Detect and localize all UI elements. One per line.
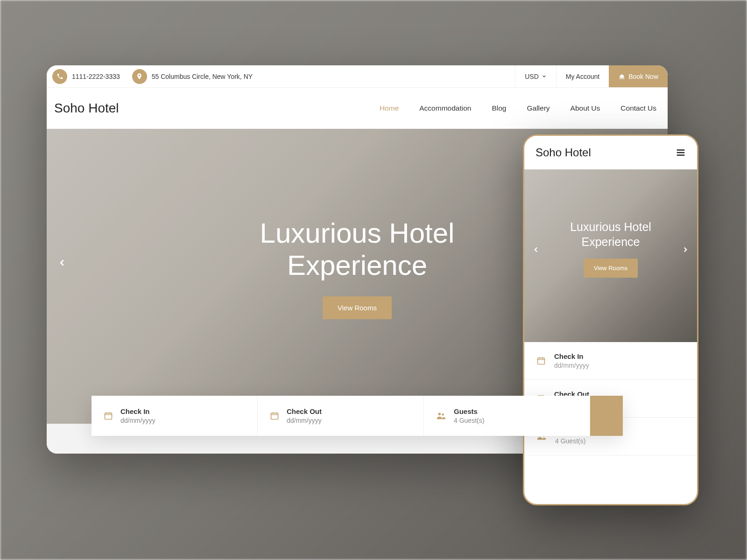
- topbar-left: 1111-2222-3333 55 Columbus Circle, New Y…: [47, 69, 253, 84]
- address-item[interactable]: 55 Columbus Circle, New York, NY: [132, 69, 253, 84]
- my-account-link[interactable]: My Account: [556, 65, 609, 87]
- hero-title-line2: Experience: [260, 249, 455, 281]
- mobile-view-rooms-button[interactable]: View Rooms: [584, 259, 638, 278]
- guests-label: Guests: [454, 407, 484, 415]
- booking-bar: Check In dd/mm/yyyy Check Out dd/mm/yyyy…: [92, 396, 623, 436]
- checkin-field[interactable]: Check In dd/mm/yyyy: [92, 396, 258, 436]
- view-rooms-button[interactable]: View Rooms: [323, 296, 392, 319]
- mobile-checkin-label: Check In: [554, 352, 589, 360]
- nav-links: Home Accommodation Blog Gallery About Us…: [380, 104, 656, 112]
- nav-about[interactable]: About Us: [571, 104, 600, 112]
- mobile-checkin-text: Check In dd/mm/yyyy: [554, 352, 589, 369]
- guests-text: Guests 4 Guest(s): [454, 407, 484, 424]
- svg-rect-1: [271, 413, 278, 419]
- mobile-hero-title: Luxurious Hotel Experience: [570, 220, 651, 249]
- svg-rect-0: [105, 413, 112, 419]
- topbar: 1111-2222-3333 55 Columbus Circle, New Y…: [47, 65, 668, 88]
- checkin-text: Check In dd/mm/yyyy: [120, 407, 155, 424]
- booking-submit-button[interactable]: [590, 396, 623, 436]
- checkout-text: Check Out dd/mm/yyyy: [287, 407, 322, 424]
- hamburger-icon[interactable]: [676, 147, 686, 158]
- topbar-right: USD My Account Book Now: [515, 65, 668, 87]
- checkout-label: Check Out: [287, 407, 322, 415]
- chevron-down-icon: [542, 74, 547, 79]
- hero-title-line1: Luxurious Hotel: [260, 217, 455, 249]
- checkout-field[interactable]: Check Out dd/mm/yyyy: [258, 396, 424, 436]
- checkout-value: dd/mm/yyyy: [287, 417, 322, 424]
- nav-blog[interactable]: Blog: [492, 104, 506, 112]
- mobile-hero-content: Luxurious Hotel Experience View Rooms: [570, 220, 651, 278]
- address-text: 55 Columbus Circle, New York, NY: [152, 73, 253, 80]
- calendar-icon: [270, 411, 279, 420]
- mobile-hero-line2: Experience: [570, 235, 651, 249]
- currency-selector[interactable]: USD: [515, 65, 556, 87]
- phone-icon: [52, 69, 67, 84]
- nav-contact[interactable]: Contact Us: [620, 104, 656, 112]
- nav-gallery[interactable]: Gallery: [527, 104, 550, 112]
- mobile-hero-line1: Luxurious Hotel: [570, 220, 651, 234]
- svg-point-2: [438, 413, 441, 416]
- bell-icon: [618, 73, 626, 80]
- mobile-carousel-next-icon[interactable]: [681, 245, 690, 254]
- mobile-carousel-prev-icon[interactable]: [532, 245, 540, 254]
- hero-content: Luxurious Hotel Experience View Rooms: [260, 217, 455, 319]
- mobile-logo[interactable]: Soho Hotel: [536, 146, 591, 159]
- mobile-checkin-value: dd/mm/yyyy: [554, 362, 589, 369]
- account-text: My Account: [566, 73, 599, 80]
- phone-text: 1111-2222-3333: [72, 73, 120, 80]
- guests-field[interactable]: Guests 4 Guest(s): [424, 396, 590, 436]
- guests-icon: [436, 411, 446, 421]
- svg-point-3: [442, 413, 444, 416]
- logo[interactable]: Soho Hotel: [54, 101, 119, 116]
- mobile-guests-value: 4 Guest(s): [555, 437, 585, 445]
- mobile-header: Soho Hotel: [524, 136, 697, 169]
- hero-title: Luxurious Hotel Experience: [260, 217, 455, 281]
- navbar: Soho Hotel Home Accommodation Blog Galle…: [47, 88, 668, 129]
- phone-item[interactable]: 1111-2222-3333: [52, 69, 120, 84]
- svg-rect-4: [538, 358, 545, 364]
- nav-accommodation[interactable]: Accommodation: [419, 104, 471, 112]
- location-icon: [132, 69, 147, 84]
- guests-value: 4 Guest(s): [454, 417, 484, 424]
- mobile-checkin-field[interactable]: Check In dd/mm/yyyy: [524, 342, 697, 380]
- mobile-hero: Luxurious Hotel Experience View Rooms: [524, 169, 697, 342]
- book-now-text: Book Now: [628, 73, 658, 80]
- nav-home[interactable]: Home: [380, 104, 399, 112]
- checkin-label: Check In: [120, 407, 155, 415]
- checkin-value: dd/mm/yyyy: [120, 417, 155, 424]
- book-now-button[interactable]: Book Now: [609, 65, 668, 87]
- mobile-frame: Soho Hotel Luxurious Hotel Experience Vi…: [523, 134, 698, 505]
- currency-text: USD: [525, 73, 539, 80]
- calendar-icon: [536, 356, 546, 365]
- carousel-prev-icon[interactable]: [57, 258, 67, 268]
- calendar-icon: [104, 411, 113, 420]
